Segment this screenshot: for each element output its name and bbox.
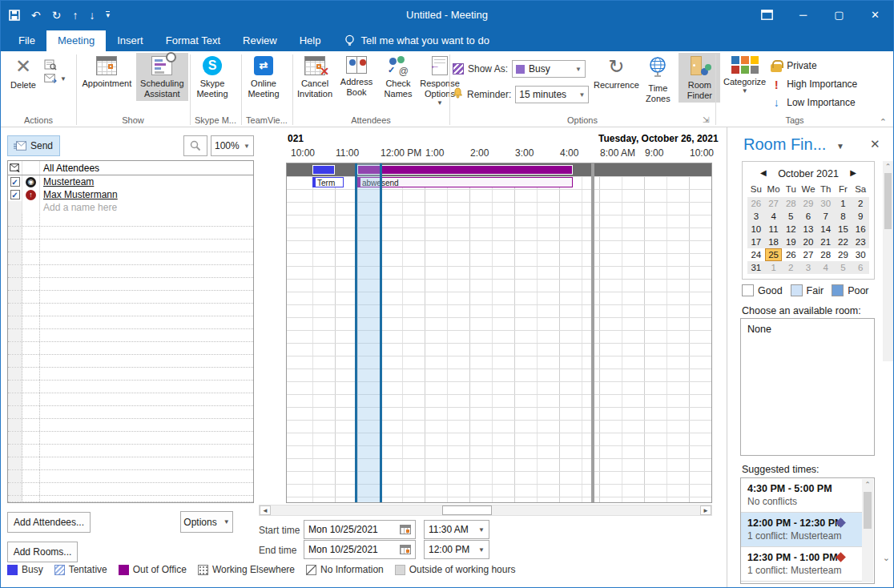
end-time-field[interactable]: 12:00 PM▼	[424, 540, 489, 559]
calendar-day-selected[interactable]: 25	[765, 248, 783, 261]
open-item-icon[interactable]	[44, 59, 57, 70]
cancel-invitation-button[interactable]: ✕ Cancel Invitation	[294, 53, 336, 101]
zoom-button[interactable]	[183, 135, 207, 156]
time-zones-button[interactable]: Time Zones	[637, 53, 679, 106]
scroll-right-icon[interactable]: ►	[700, 505, 711, 515]
room-finder-close-icon[interactable]: ✕	[870, 137, 880, 151]
panel-scrollbar[interactable]: ⌃	[883, 161, 893, 361]
close-button[interactable]: ✕	[857, 1, 893, 29]
next-month-icon[interactable]: ▶	[850, 168, 856, 177]
panel-scroll-down-icon[interactable]: ⌄	[883, 553, 890, 563]
empty-attendee-row[interactable]	[8, 483, 253, 496]
calendar-day[interactable]: 8	[835, 210, 852, 223]
empty-attendee-row[interactable]	[8, 381, 253, 393]
start-date-field[interactable]: Mon 10/25/2021	[304, 520, 416, 539]
scrollbar-thumb[interactable]	[884, 173, 892, 229]
grid-horizontal-scrollbar[interactable]: ◄ ►	[259, 505, 712, 516]
calendar-day[interactable]: 13	[799, 223, 817, 236]
calendar-day[interactable]: 27	[765, 197, 783, 210]
tab-format-text[interactable]: Format Text	[155, 30, 232, 51]
room-finder-button[interactable]: Room Finder	[679, 53, 720, 103]
calendar-day[interactable]: 1	[765, 261, 783, 274]
scroll-up-icon[interactable]: ⌃	[862, 481, 873, 489]
calendar-day[interactable]: 26	[747, 197, 765, 210]
check-names-button[interactable]: ✓ @ Check Names	[377, 53, 419, 101]
date-picker-icon[interactable]	[400, 545, 411, 554]
checkbox-checked-icon[interactable]: ✓	[10, 177, 20, 187]
calendar-day[interactable]: 6	[799, 210, 817, 223]
appointment-button[interactable]: Appointment	[78, 53, 136, 91]
empty-attendee-row[interactable]	[8, 432, 253, 445]
maximize-button[interactable]: ▢	[821, 1, 857, 29]
skype-meeting-button[interactable]: S Skype Meeting	[191, 53, 233, 101]
empty-attendee-row[interactable]	[8, 252, 253, 265]
empty-attendee-row[interactable]	[8, 355, 253, 368]
calendar-day[interactable]: 27	[799, 248, 817, 261]
calendar-day[interactable]: 16	[852, 223, 869, 236]
zoom-level-dropdown[interactable]: 100% ▼	[211, 135, 254, 156]
calendar-day[interactable]: 19	[782, 236, 799, 248]
calendar-day[interactable]: 20	[799, 236, 817, 248]
calendar-day[interactable]: 30	[817, 197, 835, 210]
calendar-day[interactable]: 5	[835, 261, 852, 274]
tab-meeting[interactable]: Meeting	[46, 30, 106, 51]
room-finder-caret-icon[interactable]: ▼	[836, 142, 844, 151]
suggested-time-item[interactable]: 12:00 PM - 12:30 PM1 conflict: Mustertea…	[741, 513, 862, 547]
delete-button[interactable]: ✕ Delete	[2, 53, 44, 92]
tab-insert[interactable]: Insert	[106, 30, 155, 51]
empty-attendee-row[interactable]	[8, 406, 253, 419]
calendar-day[interactable]: 10	[747, 223, 765, 236]
calendar-day[interactable]: 31	[747, 261, 765, 274]
empty-attendee-row[interactable]	[8, 470, 253, 483]
suggested-time-item[interactable]: 12:30 PM - 1:00 PM1 conflict: Musterteam	[741, 547, 862, 582]
calendar-day[interactable]: 14	[817, 223, 835, 236]
send-button[interactable]: Send	[7, 135, 60, 156]
empty-attendee-row[interactable]	[8, 457, 253, 470]
available-room-list[interactable]: None	[740, 318, 875, 456]
high-importance-button[interactable]: !High Importance	[771, 76, 857, 92]
reminder-dropdown[interactable]: 15 minutes ▼	[515, 86, 589, 103]
date-picker-icon[interactable]	[400, 525, 411, 534]
scrollbar-thumb[interactable]	[442, 505, 492, 515]
calendar-day[interactable]: 3	[747, 210, 765, 223]
calendar-day[interactable]: 30	[852, 248, 869, 261]
empty-attendee-row[interactable]	[8, 329, 253, 342]
empty-attendee-row[interactable]	[8, 445, 253, 457]
start-time-field[interactable]: 11:30 AM▼	[424, 520, 489, 539]
calendar-day[interactable]: 29	[835, 248, 852, 261]
calendar-day[interactable]: 7	[817, 210, 835, 223]
empty-attendee-row[interactable]	[8, 227, 253, 240]
empty-attendee-row[interactable]	[8, 419, 253, 432]
scrollbar-thumb[interactable]	[864, 492, 872, 529]
empty-attendee-row[interactable]	[8, 368, 253, 381]
calendar-day[interactable]: 17	[747, 236, 765, 248]
empty-attendee-row[interactable]	[8, 214, 253, 227]
collapse-ribbon-icon[interactable]: ⌃	[880, 117, 887, 127]
suggestions-scrollbar[interactable]: ⌃	[862, 479, 873, 582]
calendar-day[interactable]: 6	[852, 261, 869, 274]
empty-attendee-row[interactable]	[8, 240, 253, 252]
tell-me-box[interactable]: Tell me what you want to do	[332, 30, 497, 51]
calendar-day[interactable]: 3	[799, 261, 817, 274]
calendar-day[interactable]: 12	[782, 223, 799, 236]
empty-attendee-row[interactable]	[8, 393, 253, 406]
scheduling-assistant-button[interactable]: Scheduling Assistant	[136, 53, 188, 101]
calendar-day[interactable]: 11	[765, 223, 783, 236]
tab-review[interactable]: Review	[232, 30, 288, 51]
selected-time-column[interactable]	[355, 163, 382, 502]
empty-attendee-row[interactable]	[8, 265, 253, 278]
add-rooms-button[interactable]: Add Rooms...	[7, 542, 78, 562]
empty-attendee-row[interactable]	[8, 291, 253, 304]
add-attendee-row[interactable]: Add a name here	[8, 201, 253, 214]
suggested-time-item[interactable]: 4:30 PM - 5:00 PMNo conflicts	[741, 478, 862, 513]
empty-attendee-row[interactable]	[8, 278, 253, 291]
free-busy-grid[interactable]: Termabwesend	[286, 163, 712, 503]
minimize-button[interactable]: ─	[785, 1, 821, 29]
calendar-day[interactable]: 23	[852, 236, 869, 248]
calendar-day[interactable]: 4	[817, 261, 835, 274]
empty-attendee-row[interactable]	[8, 316, 253, 329]
checkbox-checked-icon[interactable]: ✓	[10, 190, 20, 199]
calendar-day[interactable]: 28	[817, 248, 835, 261]
recurrence-button[interactable]: ↻ Recurrence	[595, 53, 637, 92]
calendar-day[interactable]: 24	[747, 248, 765, 261]
